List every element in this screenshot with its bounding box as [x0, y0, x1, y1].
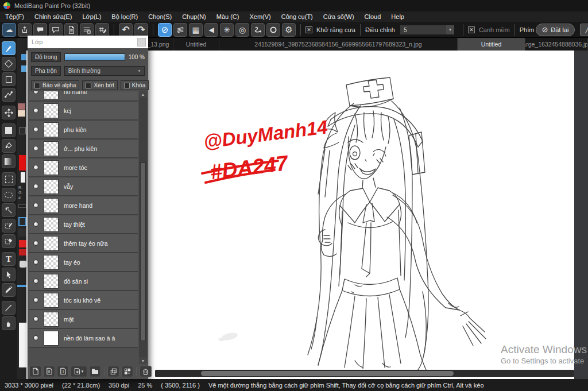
layer-visibility-icon[interactable] [33, 203, 38, 208]
layer-visibility-icon[interactable] [33, 316, 38, 322]
redo-icon[interactable]: ↷ [134, 23, 148, 37]
layer-visibility-icon[interactable] [33, 335, 38, 340]
select-eraser-tool-icon[interactable] [2, 234, 16, 248]
gear-icon[interactable]: ⚙ [282, 23, 296, 37]
layer-visibility-icon[interactable] [33, 260, 38, 265]
layer-visibility-icon[interactable] [33, 184, 38, 189]
select-rect-tool-icon[interactable] [2, 172, 16, 186]
protect-alpha-checkbox[interactable]: Bảo vệ alpha [31, 80, 79, 90]
magic-wand-tool-icon[interactable] [2, 203, 16, 217]
tab-large-jpg[interactable]: large_1632454888036.jpg [525, 38, 588, 51]
delete-layer-icon[interactable] [140, 366, 152, 377]
menu-filter[interactable]: Bộ lọc(R) [106, 13, 143, 20]
layer-scrollbar-thumb[interactable] [140, 162, 146, 341]
layers-panel-titlebar[interactable]: Lớp [28, 36, 148, 48]
layer-visibility-icon[interactable] [33, 146, 38, 151]
add-layer-menu-icon[interactable]: ▼ [71, 366, 87, 377]
layer-row[interactable]: more tóc [29, 158, 138, 177]
move-tool-icon[interactable] [2, 106, 16, 119]
layer-row[interactable]: mặt [29, 310, 138, 329]
operation-tool-icon[interactable] [2, 268, 16, 281]
undo-icon[interactable]: ↶ [119, 23, 133, 37]
cloud-icon[interactable]: ☁ [2, 23, 16, 37]
layer-row[interactable]: nền đó làm sao à à [29, 329, 138, 348]
lasso-tool-icon[interactable] [2, 188, 16, 202]
lock-checkbox[interactable]: Khóa [121, 80, 149, 90]
radial-asterisk-icon[interactable]: ✳ [220, 23, 234, 37]
hand-tool-icon[interactable] [2, 316, 16, 330]
duplicate-layer-icon[interactable] [107, 366, 119, 377]
tab-untitled-2-active[interactable]: Untitled [458, 38, 525, 51]
comment-filled-icon[interactable] [33, 23, 47, 37]
tab-untitled-1[interactable]: Untitled [173, 38, 219, 51]
new-folder-icon[interactable] [89, 366, 101, 377]
grid-pen-icon[interactable] [95, 23, 109, 37]
bucket-tool-icon[interactable] [2, 139, 16, 153]
layer-row[interactable]: thêm tay éo nữa [29, 234, 138, 253]
menu-color[interactable]: Màu (C) [211, 13, 245, 20]
menu-cloud[interactable]: Cloud [359, 13, 386, 20]
layer-visibility-icon[interactable] [33, 127, 38, 132]
comment-outline-icon[interactable] [49, 23, 63, 37]
menu-capture[interactable]: Chụp(N) [177, 13, 211, 20]
panel-close-button[interactable] [137, 38, 146, 47]
no-correction-icon[interactable]: ⊘ [158, 23, 172, 37]
layer-visibility-icon[interactable] [33, 165, 38, 170]
concentric-circles-icon[interactable]: ◎ [235, 23, 249, 37]
document-icon[interactable] [64, 23, 78, 37]
curve-icon[interactable] [251, 23, 265, 37]
merge-layer-icon[interactable] [121, 366, 133, 377]
new-1bit-layer-icon[interactable]: 1 [57, 366, 69, 377]
parallel-lines-icon[interactable] [173, 23, 187, 37]
tab-long-filename[interactable]: 241529894_398752368584156_66999556617976… [219, 38, 458, 51]
layer-visibility-icon[interactable] [33, 241, 38, 246]
antialias-checkbox[interactable]: ✕ [305, 26, 312, 33]
menu-view[interactable]: Xem(V) [244, 13, 276, 20]
layer-row[interactable]: tay thiệt [29, 215, 138, 234]
soft-edge-checkbox[interactable]: ✕ [468, 26, 475, 33]
new-8bit-layer-icon[interactable]: 8 [43, 366, 55, 377]
opacity-slider[interactable] [64, 53, 125, 61]
eyedropper-marker-tool-icon[interactable] [2, 283, 16, 297]
shape-rect-tool-icon[interactable] [2, 72, 16, 86]
brush-tool-icon[interactable] [2, 41, 16, 55]
horizontal-scrollbar[interactable] [155, 370, 574, 377]
horizontal-scrollbar-thumb[interactable] [201, 371, 454, 376]
menu-help[interactable]: Help [386, 13, 409, 20]
gradient-tool-icon[interactable] [2, 154, 16, 168]
layer-visibility-icon[interactable] [33, 91, 38, 94]
vertical-scrollbar[interactable] [574, 51, 588, 379]
layer-visibility-icon[interactable] [33, 278, 38, 284]
menu-window[interactable]: Cửa sổ(W) [318, 13, 359, 20]
text-tool-icon[interactable]: T [2, 252, 16, 266]
ring-icon[interactable] [266, 23, 280, 37]
adjust-dropdown[interactable]: 5 ▼ [400, 25, 455, 35]
layer-visibility-icon[interactable] [33, 222, 38, 227]
layer-row[interactable]: tay éo [29, 253, 138, 272]
menu-edit[interactable]: Chỉnh sửa(E) [29, 13, 77, 20]
triangle-fan-icon[interactable]: ◀ [204, 23, 218, 37]
layer-row[interactable]: kcj [29, 102, 138, 121]
list-settings-icon[interactable] [80, 23, 94, 37]
grid-correction-icon[interactable]: ▦ [189, 23, 203, 37]
create-line-button[interactable]: ╱ Tạo một đường thẳng [580, 24, 588, 36]
new-layer-icon[interactable] [29, 366, 41, 377]
menu-file[interactable]: Tệp(F) [0, 13, 29, 20]
menu-tools[interactable]: Công cụ(T) [276, 13, 318, 20]
layer-row[interactable]: ở... phụ kiên [29, 140, 138, 158]
polyline-tool-icon[interactable] [2, 88, 16, 102]
select-pen-tool-icon[interactable] [2, 219, 16, 233]
share-icon[interactable] [18, 23, 32, 37]
fill-rect-tool-icon[interactable] [2, 123, 16, 137]
menu-select[interactable]: Chọn(S) [143, 13, 177, 20]
layer-row[interactable]: vẫy [29, 177, 138, 196]
eraser-tool-icon[interactable] [2, 57, 16, 71]
layer-row[interactable]: no name [29, 91, 138, 102]
layer-row[interactable]: tóc siu khó vẽ [29, 291, 138, 310]
layer-list-scrollbar[interactable]: ▲ ▼ [139, 91, 147, 364]
layer-visibility-icon[interactable] [33, 108, 38, 113]
clip-checkbox[interactable]: Xén bớt [82, 80, 117, 90]
menu-layer[interactable]: Lớp(L) [77, 13, 106, 20]
layer-row[interactable]: more hand [29, 196, 138, 215]
reset-button[interactable]: ⊘ Đặt lại [536, 24, 574, 36]
